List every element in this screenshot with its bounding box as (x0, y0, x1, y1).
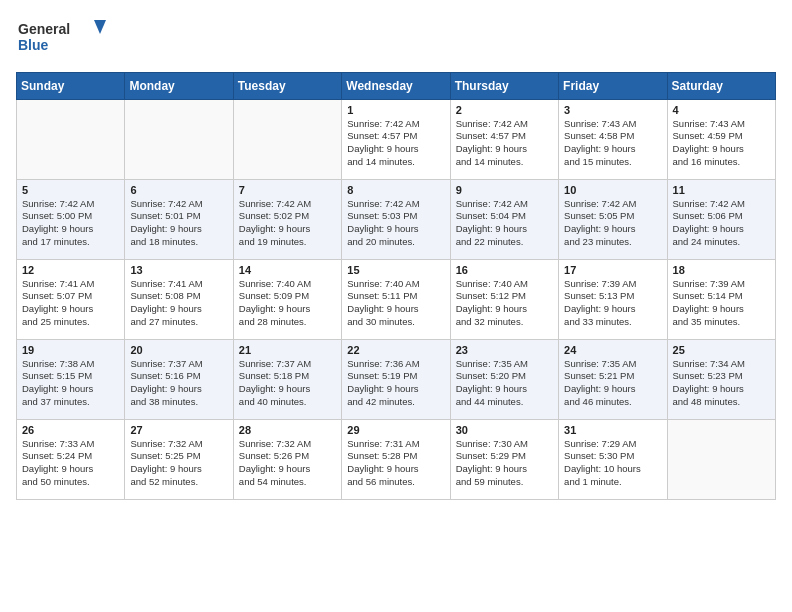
day-number: 1 (347, 104, 444, 116)
svg-marker-2 (94, 20, 106, 34)
calendar-cell: 13Sunrise: 7:41 AM Sunset: 5:08 PM Dayli… (125, 259, 233, 339)
day-number: 24 (564, 344, 661, 356)
day-info: Sunrise: 7:41 AM Sunset: 5:07 PM Dayligh… (22, 278, 119, 329)
day-number: 20 (130, 344, 227, 356)
day-info: Sunrise: 7:41 AM Sunset: 5:08 PM Dayligh… (130, 278, 227, 329)
calendar-cell: 31Sunrise: 7:29 AM Sunset: 5:30 PM Dayli… (559, 419, 667, 499)
day-info: Sunrise: 7:37 AM Sunset: 5:18 PM Dayligh… (239, 358, 336, 409)
calendar-cell: 28Sunrise: 7:32 AM Sunset: 5:26 PM Dayli… (233, 419, 341, 499)
day-number: 29 (347, 424, 444, 436)
day-info: Sunrise: 7:42 AM Sunset: 5:03 PM Dayligh… (347, 198, 444, 249)
day-info: Sunrise: 7:42 AM Sunset: 4:57 PM Dayligh… (347, 118, 444, 169)
day-of-week-header: Tuesday (233, 72, 341, 99)
day-number: 22 (347, 344, 444, 356)
day-info: Sunrise: 7:35 AM Sunset: 5:20 PM Dayligh… (456, 358, 553, 409)
svg-text:Blue: Blue (18, 37, 49, 53)
calendar-cell: 6Sunrise: 7:42 AM Sunset: 5:01 PM Daylig… (125, 179, 233, 259)
day-number: 19 (22, 344, 119, 356)
day-number: 2 (456, 104, 553, 116)
day-info: Sunrise: 7:38 AM Sunset: 5:15 PM Dayligh… (22, 358, 119, 409)
day-number: 25 (673, 344, 770, 356)
day-of-week-header: Saturday (667, 72, 775, 99)
calendar-cell: 24Sunrise: 7:35 AM Sunset: 5:21 PM Dayli… (559, 339, 667, 419)
day-number: 5 (22, 184, 119, 196)
calendar-cell: 8Sunrise: 7:42 AM Sunset: 5:03 PM Daylig… (342, 179, 450, 259)
day-number: 28 (239, 424, 336, 436)
calendar-cell: 25Sunrise: 7:34 AM Sunset: 5:23 PM Dayli… (667, 339, 775, 419)
day-number: 3 (564, 104, 661, 116)
day-info: Sunrise: 7:32 AM Sunset: 5:26 PM Dayligh… (239, 438, 336, 489)
day-number: 13 (130, 264, 227, 276)
calendar-cell (233, 99, 341, 179)
day-number: 12 (22, 264, 119, 276)
calendar-cell: 20Sunrise: 7:37 AM Sunset: 5:16 PM Dayli… (125, 339, 233, 419)
day-info: Sunrise: 7:36 AM Sunset: 5:19 PM Dayligh… (347, 358, 444, 409)
day-number: 8 (347, 184, 444, 196)
logo: General Blue (16, 16, 106, 60)
logo-svg: General Blue (16, 16, 106, 56)
day-info: Sunrise: 7:42 AM Sunset: 5:02 PM Dayligh… (239, 198, 336, 249)
calendar-cell: 4Sunrise: 7:43 AM Sunset: 4:59 PM Daylig… (667, 99, 775, 179)
day-info: Sunrise: 7:43 AM Sunset: 4:58 PM Dayligh… (564, 118, 661, 169)
calendar-cell: 2Sunrise: 7:42 AM Sunset: 4:57 PM Daylig… (450, 99, 558, 179)
calendar-cell: 21Sunrise: 7:37 AM Sunset: 5:18 PM Dayli… (233, 339, 341, 419)
day-info: Sunrise: 7:32 AM Sunset: 5:25 PM Dayligh… (130, 438, 227, 489)
day-number: 26 (22, 424, 119, 436)
calendar-cell: 11Sunrise: 7:42 AM Sunset: 5:06 PM Dayli… (667, 179, 775, 259)
day-info: Sunrise: 7:30 AM Sunset: 5:29 PM Dayligh… (456, 438, 553, 489)
day-of-week-header: Wednesday (342, 72, 450, 99)
page-header: General Blue (16, 16, 776, 60)
day-info: Sunrise: 7:35 AM Sunset: 5:21 PM Dayligh… (564, 358, 661, 409)
calendar-cell: 10Sunrise: 7:42 AM Sunset: 5:05 PM Dayli… (559, 179, 667, 259)
day-info: Sunrise: 7:42 AM Sunset: 5:01 PM Dayligh… (130, 198, 227, 249)
day-of-week-header: Thursday (450, 72, 558, 99)
day-number: 15 (347, 264, 444, 276)
day-number: 17 (564, 264, 661, 276)
calendar-cell: 15Sunrise: 7:40 AM Sunset: 5:11 PM Dayli… (342, 259, 450, 339)
calendar-cell: 18Sunrise: 7:39 AM Sunset: 5:14 PM Dayli… (667, 259, 775, 339)
day-number: 21 (239, 344, 336, 356)
day-info: Sunrise: 7:33 AM Sunset: 5:24 PM Dayligh… (22, 438, 119, 489)
day-info: Sunrise: 7:42 AM Sunset: 4:57 PM Dayligh… (456, 118, 553, 169)
day-number: 7 (239, 184, 336, 196)
day-number: 10 (564, 184, 661, 196)
day-info: Sunrise: 7:39 AM Sunset: 5:13 PM Dayligh… (564, 278, 661, 329)
calendar-cell: 14Sunrise: 7:40 AM Sunset: 5:09 PM Dayli… (233, 259, 341, 339)
day-number: 4 (673, 104, 770, 116)
day-info: Sunrise: 7:42 AM Sunset: 5:05 PM Dayligh… (564, 198, 661, 249)
day-info: Sunrise: 7:34 AM Sunset: 5:23 PM Dayligh… (673, 358, 770, 409)
day-number: 6 (130, 184, 227, 196)
calendar-cell: 3Sunrise: 7:43 AM Sunset: 4:58 PM Daylig… (559, 99, 667, 179)
calendar-cell: 9Sunrise: 7:42 AM Sunset: 5:04 PM Daylig… (450, 179, 558, 259)
day-number: 18 (673, 264, 770, 276)
day-info: Sunrise: 7:40 AM Sunset: 5:12 PM Dayligh… (456, 278, 553, 329)
calendar-cell (667, 419, 775, 499)
calendar-cell: 1Sunrise: 7:42 AM Sunset: 4:57 PM Daylig… (342, 99, 450, 179)
day-info: Sunrise: 7:42 AM Sunset: 5:06 PM Dayligh… (673, 198, 770, 249)
day-info: Sunrise: 7:39 AM Sunset: 5:14 PM Dayligh… (673, 278, 770, 329)
day-number: 27 (130, 424, 227, 436)
calendar-cell (17, 99, 125, 179)
day-number: 16 (456, 264, 553, 276)
calendar-cell: 19Sunrise: 7:38 AM Sunset: 5:15 PM Dayli… (17, 339, 125, 419)
day-of-week-header: Monday (125, 72, 233, 99)
day-number: 14 (239, 264, 336, 276)
day-info: Sunrise: 7:31 AM Sunset: 5:28 PM Dayligh… (347, 438, 444, 489)
calendar-cell: 7Sunrise: 7:42 AM Sunset: 5:02 PM Daylig… (233, 179, 341, 259)
calendar-cell: 12Sunrise: 7:41 AM Sunset: 5:07 PM Dayli… (17, 259, 125, 339)
day-info: Sunrise: 7:37 AM Sunset: 5:16 PM Dayligh… (130, 358, 227, 409)
day-of-week-header: Friday (559, 72, 667, 99)
logo-container: General Blue (16, 16, 106, 60)
day-number: 23 (456, 344, 553, 356)
calendar-cell: 5Sunrise: 7:42 AM Sunset: 5:00 PM Daylig… (17, 179, 125, 259)
calendar-cell: 26Sunrise: 7:33 AM Sunset: 5:24 PM Dayli… (17, 419, 125, 499)
day-info: Sunrise: 7:43 AM Sunset: 4:59 PM Dayligh… (673, 118, 770, 169)
calendar-cell: 30Sunrise: 7:30 AM Sunset: 5:29 PM Dayli… (450, 419, 558, 499)
calendar-cell: 22Sunrise: 7:36 AM Sunset: 5:19 PM Dayli… (342, 339, 450, 419)
day-info: Sunrise: 7:42 AM Sunset: 5:04 PM Dayligh… (456, 198, 553, 249)
calendar-cell: 23Sunrise: 7:35 AM Sunset: 5:20 PM Dayli… (450, 339, 558, 419)
day-number: 11 (673, 184, 770, 196)
day-info: Sunrise: 7:40 AM Sunset: 5:09 PM Dayligh… (239, 278, 336, 329)
day-info: Sunrise: 7:40 AM Sunset: 5:11 PM Dayligh… (347, 278, 444, 329)
day-of-week-header: Sunday (17, 72, 125, 99)
